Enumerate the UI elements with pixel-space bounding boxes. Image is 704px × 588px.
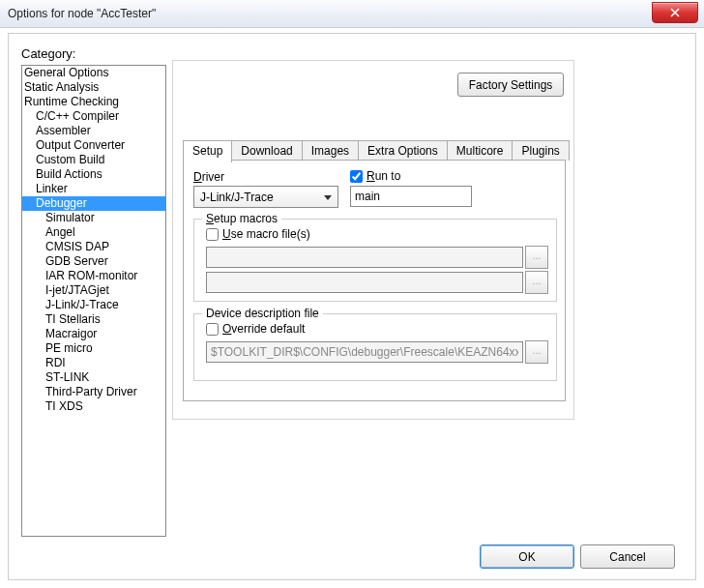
- override-default-checkbox-input[interactable]: [206, 323, 219, 336]
- category-item[interactable]: J-Link/J-Trace: [22, 298, 165, 312]
- macro-file2-input: [206, 272, 523, 293]
- window-title: Options for node "AccTester": [0, 7, 156, 20]
- category-item[interactable]: Output Converter: [22, 138, 165, 153]
- category-item[interactable]: GDB Server: [22, 254, 165, 269]
- category-item[interactable]: Macraigor: [22, 327, 165, 341]
- category-item[interactable]: Third-Party Driver: [22, 385, 165, 399]
- close-button[interactable]: [652, 2, 698, 23]
- category-item[interactable]: Linker: [22, 182, 165, 196]
- tab-multicore[interactable]: Multicore: [447, 140, 513, 161]
- settings-panel: Factory Settings SetupDownloadImagesExtr…: [172, 60, 574, 420]
- tab-download[interactable]: Download: [231, 140, 302, 161]
- setup-macros-group: Setup macros Use macro file(s) ... ...: [193, 219, 557, 302]
- run-to-label: Run to: [367, 169, 400, 183]
- titlebar: Options for node "AccTester": [0, 0, 704, 28]
- ddf-input: [206, 341, 523, 363]
- category-item[interactable]: Assembler: [22, 124, 165, 138]
- override-default-label: Override default: [222, 322, 305, 336]
- tab-strip: SetupDownloadImagesExtra OptionsMulticor…: [183, 140, 569, 161]
- cancel-button-label: Cancel: [609, 550, 645, 564]
- driver-combo-value: J-Link/J-Trace: [200, 191, 274, 204]
- category-item[interactable]: Runtime Checking: [22, 95, 165, 109]
- factory-settings-button[interactable]: Factory Settings: [457, 73, 564, 97]
- category-item[interactable]: PE micro: [22, 341, 165, 356]
- run-to-input[interactable]: [350, 186, 472, 207]
- tab-setup[interactable]: Setup: [183, 140, 232, 162]
- category-item[interactable]: TI XDS: [22, 399, 165, 414]
- category-item[interactable]: TI Stellaris: [22, 312, 165, 327]
- category-list[interactable]: General OptionsStatic AnalysisRuntime Ch…: [21, 65, 166, 537]
- category-item[interactable]: C/C++ Compiler: [22, 109, 165, 124]
- category-label: Category:: [21, 46, 75, 61]
- factory-settings-label: Factory Settings: [469, 78, 553, 92]
- driver-combo[interactable]: J-Link/J-Trace: [193, 186, 338, 208]
- ddf-legend: Device description file: [202, 307, 323, 320]
- use-macro-checkbox[interactable]: Use macro file(s): [206, 227, 310, 241]
- setup-macros-legend: Setup macros: [202, 212, 281, 225]
- tab-plugins[interactable]: Plugins: [512, 140, 569, 161]
- category-item[interactable]: General Options: [22, 66, 165, 80]
- category-item[interactable]: RDI: [22, 356, 165, 370]
- macro-file2-browse[interactable]: ...: [525, 271, 548, 294]
- run-to-checkbox[interactable]: Run to: [350, 169, 400, 183]
- ddf-group: Device description file Override default…: [193, 313, 557, 381]
- tab-body-setup: Driver J-Link/J-Trace Run to Setup macro…: [183, 160, 566, 401]
- macro-file1-input: [206, 247, 523, 268]
- category-item[interactable]: Angel: [22, 225, 165, 240]
- category-item[interactable]: IAR ROM-monitor: [22, 269, 165, 283]
- ok-button[interactable]: OK: [480, 544, 574, 569]
- category-item[interactable]: CMSIS DAP: [22, 240, 165, 254]
- use-macro-label: Use macro file(s): [222, 227, 310, 241]
- category-item[interactable]: Custom Build: [22, 153, 165, 167]
- macro-file1-browse[interactable]: ...: [525, 246, 548, 269]
- cancel-button[interactable]: Cancel: [580, 544, 675, 569]
- category-item[interactable]: ST-LINK: [22, 370, 165, 385]
- category-item[interactable]: I-jet/JTAGjet: [22, 283, 165, 298]
- category-item[interactable]: Static Analysis: [22, 80, 165, 95]
- driver-label: Driver: [193, 170, 224, 184]
- ddf-browse[interactable]: ...: [525, 340, 548, 364]
- category-item[interactable]: Simulator: [22, 211, 165, 225]
- override-default-checkbox[interactable]: Override default: [206, 322, 305, 336]
- use-macro-checkbox-input[interactable]: [206, 228, 219, 241]
- tab-images[interactable]: Images: [302, 140, 359, 161]
- category-item[interactable]: Debugger: [22, 196, 165, 211]
- close-icon: [670, 8, 680, 17]
- run-to-checkbox-input[interactable]: [350, 170, 363, 183]
- category-item[interactable]: Build Actions: [22, 167, 165, 182]
- tab-extra-options[interactable]: Extra Options: [358, 140, 448, 161]
- ok-button-label: OK: [518, 550, 535, 564]
